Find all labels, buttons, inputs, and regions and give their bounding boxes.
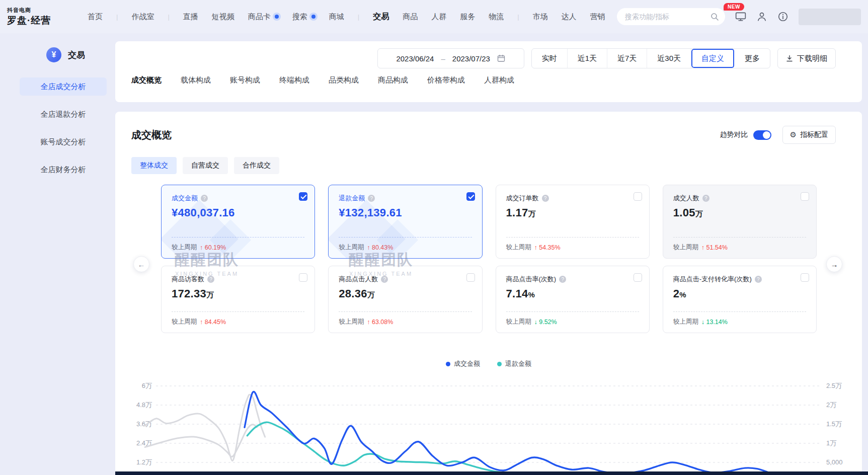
tab-product[interactable]: 商品构成 bbox=[378, 75, 408, 92]
nav-item-shortvideo[interactable]: 短视频 bbox=[212, 12, 234, 22]
tab-deal-overview[interactable]: 成交概览 bbox=[131, 75, 162, 92]
logo-main: 罗盘·经营 bbox=[7, 14, 83, 27]
trend-chart[interactable]: 6万2.5万4.8万2万3.6万1.5万2.4万1万1.2万5,000 bbox=[121, 379, 855, 475]
metric-config-button[interactable]: ⚙ 指标配置 bbox=[782, 126, 836, 144]
nav-item-warroom[interactable]: 作战室 bbox=[131, 12, 154, 22]
metric-card-buyer-count[interactable]: 成交人数? 1.05万 较上周期↑ 51.54% bbox=[663, 185, 817, 259]
metric-card-click-pay-conversion[interactable]: 商品点击-支付转化率(次数)? 2% 较上周期↓ 13.14% bbox=[663, 266, 817, 333]
help-icon[interactable]: ? bbox=[542, 195, 549, 202]
sidebar-section-label: 交易 bbox=[68, 49, 85, 61]
tab-price-band[interactable]: 价格带构成 bbox=[427, 75, 465, 92]
help-icon[interactable]: ? bbox=[559, 276, 566, 283]
metric-checkbox[interactable] bbox=[299, 273, 307, 282]
metric-checkbox[interactable] bbox=[299, 192, 307, 201]
search-icon[interactable] bbox=[711, 13, 719, 21]
account-area[interactable] bbox=[799, 9, 861, 25]
metric-card-product-visitors[interactable]: 商品访客数? 172.33万 较上周期↑ 84.45% bbox=[161, 266, 315, 333]
date-range-picker[interactable]: 2023/06/24 – 2023/07/23 bbox=[377, 48, 524, 68]
metric-checkbox[interactable] bbox=[466, 273, 475, 282]
segment-self-operated[interactable]: 自营成交 bbox=[183, 157, 228, 174]
tab-carrier[interactable]: 载体构成 bbox=[181, 75, 211, 92]
metric-checkbox[interactable] bbox=[634, 273, 642, 282]
sidebar-item-store-refund-analysis[interactable]: 全店退款分析 bbox=[20, 105, 107, 123]
cards-prev-button[interactable]: ← bbox=[133, 256, 149, 272]
trend-chart-svg[interactable]: 6万2.5万4.8万2万3.6万1.5万2.4万1万1.2万5,000 bbox=[121, 379, 855, 475]
segment-cooperative[interactable]: 合作成交 bbox=[234, 157, 279, 174]
delta-arrow-icon: ↑ bbox=[367, 244, 370, 251]
download-label: 下载明细 bbox=[797, 54, 827, 63]
range-realtime[interactable]: 实时 bbox=[532, 49, 568, 68]
nav-item-audience[interactable]: 人群 bbox=[431, 12, 446, 22]
metric-card-product-clickers[interactable]: 商品点击人数? 28.36万 较上周期↑ 63.08% bbox=[328, 266, 482, 333]
metric-checkbox[interactable] bbox=[466, 192, 475, 201]
nav-item-product[interactable]: 商品 bbox=[403, 12, 418, 22]
nav-label: 商城 bbox=[329, 12, 344, 22]
metric-card-click-rate[interactable]: 商品点击率(次数)? 7.14% 较上周期↓ 9.52% bbox=[496, 266, 650, 333]
help-icon[interactable]: ? bbox=[755, 276, 762, 283]
nav-label: 交易 bbox=[373, 12, 389, 22]
sidebar-item-store-finance-analysis[interactable]: 全店财务分析 bbox=[20, 161, 107, 179]
sidebar-item-store-deal-analysis[interactable]: 全店成交分析 bbox=[20, 77, 107, 96]
delta-value: 9.52% bbox=[539, 319, 557, 326]
nav-label: 服务 bbox=[460, 12, 475, 22]
global-search[interactable] bbox=[617, 8, 725, 25]
delta-arrow-icon: ↑ bbox=[200, 244, 203, 251]
help-icon[interactable]: ? bbox=[702, 195, 709, 202]
segment-overall[interactable]: 整体成交 bbox=[131, 157, 177, 174]
trend-compare-control: 趋势对比 bbox=[720, 130, 771, 140]
tab-audience[interactable]: 人群构成 bbox=[484, 75, 514, 92]
logo[interactable]: 抖音电商 罗盘·经营 bbox=[7, 7, 83, 27]
time-range-group: 实时 近1天 近7天 近30天 自定义 更多 bbox=[531, 48, 770, 68]
delta-arrow-icon: ↓ bbox=[701, 319, 704, 326]
nav-item-marketing[interactable]: 营销 bbox=[590, 12, 605, 22]
metric-checkbox[interactable] bbox=[634, 192, 642, 201]
range-more[interactable]: 更多 bbox=[735, 49, 770, 68]
range-custom[interactable]: 自定义 bbox=[691, 49, 735, 68]
metric-card-deal-amount[interactable]: 成交金额? ¥480,037.16 较上周期↑ 60.19% bbox=[161, 185, 315, 259]
trend-compare-toggle[interactable] bbox=[753, 130, 771, 140]
legend-dot-icon bbox=[446, 362, 450, 366]
tab-account[interactable]: 账号构成 bbox=[230, 75, 260, 92]
compare-row: 较上周期↑ 84.45% bbox=[172, 312, 304, 326]
nav-item-market[interactable]: 市场 bbox=[533, 12, 548, 22]
metric-card-refund-amount[interactable]: 退款金额? ¥132,139.61 较上周期↑ 80.43% bbox=[328, 185, 482, 259]
nav-item-search[interactable]: 搜索 bbox=[292, 12, 315, 22]
nav-item-logistics[interactable]: 物流 bbox=[489, 12, 504, 22]
nav-item-productcard[interactable]: 商品卡 bbox=[248, 12, 279, 22]
tab-category[interactable]: 品类构成 bbox=[329, 75, 359, 92]
delta-value: 54.35% bbox=[539, 244, 560, 251]
legend-deal-amount[interactable]: 成交金额 bbox=[446, 359, 480, 368]
help-icon[interactable]: ? bbox=[381, 276, 388, 283]
range-30d[interactable]: 近30天 bbox=[647, 49, 691, 68]
nav-item-trade[interactable]: 交易 bbox=[373, 12, 389, 22]
tab-terminal[interactable]: 终端构成 bbox=[279, 75, 309, 92]
cards-next-button[interactable]: → bbox=[826, 256, 842, 272]
metric-card-order-count[interactable]: 成交订单数? 1.17万 较上周期↑ 54.35% bbox=[496, 185, 650, 259]
range-7d[interactable]: 近7天 bbox=[607, 49, 647, 68]
help-icon[interactable]: ? bbox=[368, 195, 375, 202]
help-icon[interactable]: ? bbox=[201, 195, 208, 202]
sidebar-item-account-deal-analysis[interactable]: 账号成交分析 bbox=[20, 133, 107, 151]
nav-label: 直播 bbox=[183, 12, 198, 22]
delta-value: 60.19% bbox=[205, 244, 226, 251]
metric-cards: 成交金额? ¥480,037.16 较上周期↑ 60.19% 退款金额? ¥13… bbox=[161, 185, 817, 333]
metric-value: ¥480,037.16 bbox=[172, 206, 304, 219]
download-detail-button[interactable]: 下载明细 bbox=[777, 48, 836, 68]
monitor-icon[interactable] bbox=[735, 11, 746, 22]
svg-text:1万: 1万 bbox=[826, 439, 836, 447]
nav-item-home[interactable]: 首页 bbox=[88, 12, 103, 22]
nav-item-service[interactable]: 服务 bbox=[460, 12, 475, 22]
nav-item-mall[interactable]: 商城 bbox=[329, 12, 344, 22]
range-1d[interactable]: 近1天 bbox=[568, 49, 607, 68]
metric-checkbox[interactable] bbox=[801, 192, 809, 201]
nav-item-influencer[interactable]: 达人 bbox=[562, 12, 577, 22]
user-icon[interactable] bbox=[756, 11, 767, 22]
sidebar-section-trade[interactable]: ¥ 交易 bbox=[0, 33, 115, 62]
metric-checkbox[interactable] bbox=[801, 273, 809, 282]
search-input[interactable] bbox=[625, 13, 707, 21]
info-icon[interactable] bbox=[777, 11, 788, 22]
legend-refund-amount[interactable]: 退款金额 bbox=[497, 359, 531, 368]
nav-item-live[interactable]: 直播 bbox=[183, 12, 198, 22]
nav-label: 人群 bbox=[431, 12, 446, 22]
help-icon[interactable]: ? bbox=[207, 276, 214, 283]
